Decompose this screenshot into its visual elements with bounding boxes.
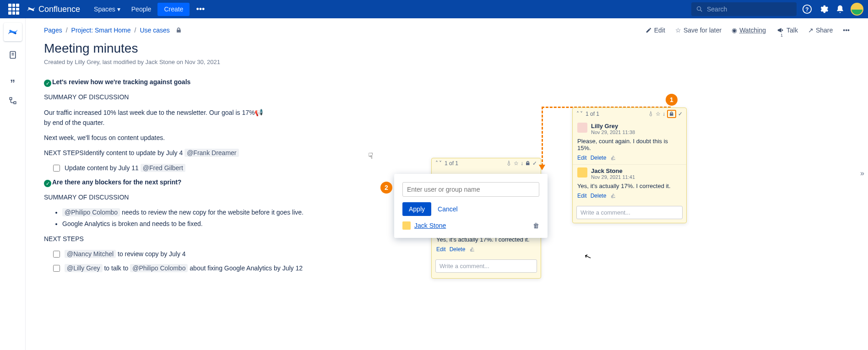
annotation-arrow	[542, 107, 543, 166]
rail-tree-icon[interactable]	[4, 92, 22, 110]
app-name: Confluence	[38, 5, 80, 14]
primary-nav: Spaces▾ People Create •••	[89, 3, 209, 16]
check-icon: ✓	[44, 80, 51, 87]
annotation-arrowhead	[539, 165, 545, 170]
share-icon: ↗	[808, 27, 814, 34]
star-icon[interactable]: ☆	[514, 160, 519, 167]
drop-icon[interactable]: 💧︎	[506, 160, 512, 167]
expand-chevrons-icon[interactable]: »	[860, 169, 864, 178]
comment-prev-icon[interactable]: ˄	[576, 111, 579, 117]
chevron-down-icon: ▾	[117, 5, 120, 13]
like-icon[interactable]: 👍︎	[469, 246, 475, 253]
mention-philipo-2[interactable]: @Philipo Colombo	[130, 264, 188, 272]
svg-point-0	[697, 7, 701, 11]
star-icon[interactable]: ☆	[656, 111, 661, 117]
mention-lilly[interactable]: @Lilly Grey	[65, 264, 103, 272]
page-more-icon[interactable]: •••	[843, 27, 850, 34]
comment-edit[interactable]: Edit	[577, 155, 587, 161]
share-button[interactable]: ↗Share	[808, 27, 833, 34]
comment-delete[interactable]: Delete	[450, 246, 466, 253]
talk-icon	[776, 27, 784, 33]
mention-fred[interactable]: @Fred Gilbert	[141, 164, 185, 172]
comment-panel-primary: ˄ ˅ 1 of 1 💧︎ ☆ ↓ 🔒︎ ✓ Lilly Grey	[572, 108, 687, 223]
check-icon: ✓	[44, 180, 51, 187]
comment-avatar	[577, 123, 587, 133]
task-checkbox-2[interactable]	[53, 251, 60, 258]
page-actions: Edit ☆Save for later ◉Watching Talk ↗Sha…	[646, 27, 850, 34]
rail-quotes-icon[interactable]: „	[4, 69, 22, 87]
like-icon[interactable]: 👍︎	[610, 192, 616, 199]
resolve-icon[interactable]: ✓	[532, 160, 537, 167]
drop-icon[interactable]: 💧︎	[648, 111, 654, 117]
save-for-later-button[interactable]: ☆Save for later	[675, 27, 722, 34]
rail-space-icon[interactable]	[4, 23, 22, 41]
watching-button[interactable]: ◉Watching	[732, 27, 766, 34]
svg-line-1	[700, 10, 702, 11]
task-checkbox-3[interactable]	[53, 265, 60, 272]
mention-frank[interactable]: @Frank Dreamer	[184, 149, 239, 157]
comment-delete[interactable]: Delete	[591, 155, 607, 161]
nav-people[interactable]: People	[127, 3, 156, 16]
search-input[interactable]	[707, 5, 789, 13]
user-group-input[interactable]	[402, 182, 539, 197]
comment-delete[interactable]: Delete	[591, 193, 607, 199]
trash-icon[interactable]: 🗑︎	[533, 222, 539, 229]
comment-avatar	[577, 167, 587, 178]
comment-edit[interactable]: Edit	[577, 193, 587, 199]
page-content: Pages / Project: Smart Home / Use cases …	[26, 18, 868, 350]
permission-popup: Apply Cancel Jack Stone 🗑︎	[394, 174, 548, 238]
breadcrumb-pages[interactable]: Pages	[44, 27, 62, 34]
resolve-icon[interactable]: ✓	[678, 111, 683, 117]
comment-reply-input[interactable]	[435, 259, 537, 273]
confluence-logo[interactable]: Confluence	[27, 5, 80, 14]
user-avatar-small	[402, 221, 411, 230]
mention-nancy[interactable]: @Nancy Mitchel	[65, 250, 116, 258]
lock-icon[interactable]: 🔒︎	[525, 160, 531, 167]
global-header: Confluence Spaces▾ People Create ••• ?	[0, 0, 868, 18]
app-switcher-icon[interactable]	[8, 4, 19, 15]
mention-philipo[interactable]: @Philipo Colombo	[62, 208, 120, 216]
svg-rect-8	[14, 102, 16, 104]
annotation-badge-2: 2	[380, 182, 392, 194]
comment-edit[interactable]: Edit	[436, 246, 446, 253]
comment-next-icon[interactable]: ˅	[580, 111, 583, 117]
star-icon: ☆	[675, 27, 681, 34]
user-avatar[interactable]	[851, 3, 863, 16]
search-icon	[696, 5, 703, 13]
eye-icon: ◉	[732, 27, 737, 34]
sidebar-expand-controls: »	[860, 169, 864, 178]
rail-pages-icon[interactable]	[4, 46, 22, 64]
talk-button[interactable]: Talk	[776, 27, 798, 34]
svg-text:?: ?	[805, 6, 808, 13]
nav-spaces[interactable]: Spaces▾	[89, 3, 125, 16]
page-meta: Created by Lilly Grey, last modified by …	[44, 59, 850, 65]
more-menu-icon[interactable]: •••	[191, 3, 209, 16]
settings-icon[interactable]	[818, 3, 830, 15]
lock-icon[interactable]: 🔒︎	[667, 110, 676, 118]
comment-prev-icon[interactable]: ˄	[435, 160, 438, 167]
help-icon[interactable]: ?	[801, 3, 813, 15]
megaphone-icon: 📢	[255, 108, 263, 116]
page-title: Meeting minutes	[44, 41, 850, 56]
cancel-link[interactable]: Cancel	[438, 205, 458, 213]
like-icon[interactable]: 👍︎	[610, 154, 616, 162]
annotation-badge-1: 1	[666, 94, 678, 106]
create-button[interactable]: Create	[157, 3, 190, 16]
down-icon[interactable]: ↓	[662, 111, 665, 117]
search-box[interactable]	[691, 2, 797, 16]
header-right: ?	[691, 2, 863, 16]
task-checkbox-1[interactable]	[53, 165, 60, 172]
svg-rect-7	[10, 97, 12, 100]
notifications-icon[interactable]	[834, 3, 846, 15]
down-icon[interactable]: ↓	[521, 160, 523, 167]
apply-button[interactable]: Apply	[402, 202, 431, 216]
confluence-icon	[27, 5, 36, 14]
edit-button[interactable]: Edit	[646, 27, 665, 34]
breadcrumb-usecases[interactable]: Use cases	[140, 27, 169, 34]
left-rail: „	[0, 18, 26, 350]
comment-next-icon[interactable]: ˅	[439, 160, 442, 167]
page-restricted-icon[interactable]: 🔒︎	[174, 27, 182, 34]
breadcrumb-project[interactable]: Project: Smart Home	[71, 27, 131, 34]
comment-reply-input[interactable]	[576, 206, 683, 219]
user-link[interactable]: Jack Stone	[414, 222, 446, 229]
